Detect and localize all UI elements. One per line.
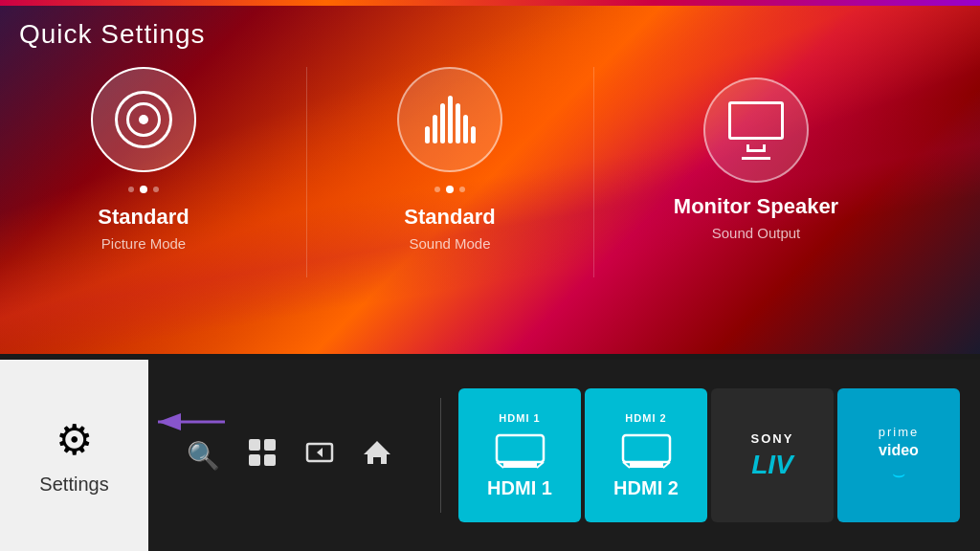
arrow-icon [148, 408, 234, 436]
dot [128, 187, 134, 192]
gear-icon: ⚙ [56, 415, 93, 464]
hdmi1-top-label: HDMI 1 [499, 412, 540, 424]
sonyliv-inner: SONY LIV [711, 388, 834, 522]
home-icon[interactable] [362, 437, 392, 474]
dot [434, 187, 440, 192]
sonyliv-tile[interactable]: SONY LIV [711, 388, 834, 522]
arrow-container [148, 408, 234, 440]
settings-section[interactable]: ⚙ Settings [0, 360, 148, 551]
svg-rect-3 [264, 439, 276, 451]
sony-liv-label: LIV [751, 450, 793, 480]
sony-brand-label: SONY [751, 431, 794, 446]
svg-rect-2 [249, 439, 260, 451]
hdmi1-label: HDMI 1 [487, 477, 552, 499]
primevideo-tile[interactable]: prime video ⌣ [837, 388, 960, 522]
sound-mode-icon-circle [397, 67, 502, 172]
picture-mode-label: Picture Mode [101, 235, 186, 252]
sound-bar-7 [471, 126, 476, 143]
hdmi2-label: HDMI 2 [613, 477, 679, 499]
taskbar: ⚙ Settings 🔍 [0, 360, 980, 551]
svg-rect-8 [503, 462, 537, 468]
sound-output-icon [728, 101, 784, 160]
hdmi1-tile[interactable]: HDMI 1 HDMI 1 [458, 388, 581, 522]
sound-bar-5 [456, 103, 460, 143]
sound-mode-value: Standard [404, 205, 495, 230]
hdmi2-tile[interactable]: HDMI 2 HDMI 2 [585, 388, 707, 522]
taskbar-divider [440, 398, 441, 513]
sound-bar-2 [433, 115, 437, 143]
dot-active [140, 186, 147, 193]
sound-mode-card[interactable]: Standard Sound Mode [364, 67, 536, 252]
top-accent-bar [0, 0, 980, 6]
prime-video-label: video [879, 442, 919, 459]
input-icon[interactable] [304, 437, 335, 474]
svg-rect-11 [623, 435, 670, 462]
monitor-base [742, 157, 770, 160]
hdmi2-icon [620, 431, 673, 470]
dot [459, 187, 465, 192]
svg-rect-7 [497, 435, 544, 462]
primevideo-inner: prime video ⌣ [879, 425, 920, 487]
search-icon[interactable]: 🔍 [187, 440, 220, 472]
sound-bar-3 [440, 103, 445, 143]
picture-mode-value: Standard [98, 205, 189, 230]
sound-mode-dots [434, 186, 465, 193]
settings-cards-container: Standard Picture Mode Standard Sound Mod… [0, 67, 980, 252]
hdmi2-top-label: HDMI 2 [625, 412, 666, 424]
sound-mode-label: Sound Mode [409, 235, 490, 252]
sound-bar-6 [463, 115, 468, 143]
picture-mode-icon-circle [91, 67, 196, 172]
sound-output-icon-circle [703, 77, 809, 183]
svg-rect-12 [630, 462, 663, 468]
source-tiles-container: HDMI 1 HDMI 1 HDMI 2 [451, 388, 980, 522]
sound-output-label: Sound Output [712, 225, 801, 241]
svg-rect-4 [249, 454, 260, 466]
dot [153, 187, 159, 192]
monitor-stand [746, 144, 766, 152]
picture-mode-card[interactable]: Standard Picture Mode [57, 67, 230, 252]
picture-mode-dots [128, 186, 159, 193]
sound-bar-4 [448, 96, 453, 143]
sound-mode-icon [425, 96, 476, 143]
sound-output-card[interactable]: Monitor Speaker Sound Output [670, 77, 842, 241]
page-title: Quick Settings [19, 19, 206, 50]
hdmi1-icon [494, 431, 546, 470]
prime-label: prime [879, 425, 920, 439]
sound-output-value: Monitor Speaker [674, 194, 838, 219]
monitor-screen [728, 101, 784, 140]
prime-smile-icon: ⌣ [892, 462, 905, 487]
settings-label: Settings [39, 474, 108, 496]
nav-icons-row: 🔍 [158, 437, 421, 474]
dot-active [446, 186, 454, 193]
picture-mode-icon [115, 91, 172, 148]
svg-rect-5 [264, 454, 276, 466]
apps-icon[interactable] [247, 437, 278, 474]
sound-bar-1 [425, 126, 430, 143]
